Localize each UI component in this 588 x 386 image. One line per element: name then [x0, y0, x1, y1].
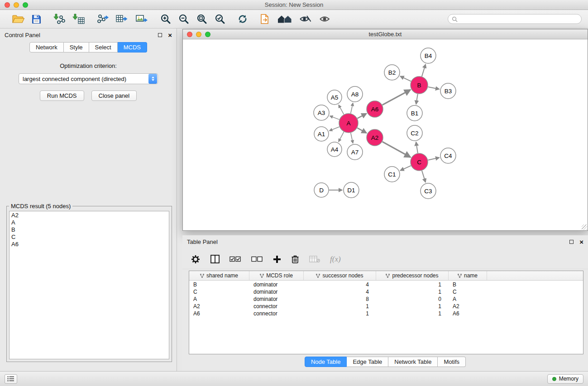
graph-node-label: A6 [371, 106, 379, 113]
import-group [47, 12, 91, 26]
network-canvas[interactable]: B4B2BB3A5A8A6B1A3AC2A1A2A4A7CC4C1C3DD1 [183, 40, 588, 230]
graph-edge-A-A5[interactable] [339, 105, 344, 114]
floppy-disk-icon [32, 14, 41, 24]
apply-layout-button[interactable] [237, 12, 248, 26]
eye-icon [319, 15, 330, 23]
table-cell: B [189, 281, 249, 289]
delete-table-button[interactable] [309, 253, 320, 266]
delete-rows-button[interactable] [291, 253, 299, 266]
graph-edge-C-C4[interactable] [428, 157, 440, 160]
table-cell: dominator [249, 289, 304, 296]
export-image-button[interactable] [136, 12, 148, 26]
close-panel-icon[interactable]: × [168, 32, 172, 38]
status-bar: Memory [0, 371, 588, 386]
close-table-panel-icon[interactable]: × [579, 238, 583, 245]
tab-select[interactable]: Select [89, 42, 118, 52]
search-box[interactable] [448, 14, 582, 24]
result-item[interactable]: A [11, 219, 167, 226]
graph-edge-B-B3[interactable] [428, 87, 440, 89]
graph-edge-A-A2[interactable] [357, 128, 366, 133]
zoom-selected-button[interactable] [215, 12, 225, 26]
column-header-name[interactable]: name [449, 271, 487, 280]
graph-edge-C-C3[interactable] [422, 171, 425, 182]
graph-edge-A-A3[interactable] [330, 116, 339, 119]
table-row[interactable]: A2connector11A2 [189, 303, 583, 310]
mcds-result-list[interactable]: A2ABCA6 [9, 211, 169, 359]
table-tab-network-table[interactable]: Network Table [388, 357, 438, 367]
graph-node-label: D1 [347, 187, 355, 194]
float-panel-icon[interactable] [158, 33, 162, 37]
mcds-result-title: MCDS result (5 nodes) [9, 203, 72, 210]
graph-edge-B-B4[interactable] [422, 64, 425, 76]
select-all-button[interactable] [229, 253, 241, 266]
table-tab-edge-table[interactable]: Edge Table [347, 357, 388, 367]
unchecked-boxes-icon [251, 256, 263, 262]
show-columns-button[interactable] [210, 253, 220, 266]
result-item[interactable]: A6 [11, 241, 167, 248]
tab-network[interactable]: Network [29, 42, 64, 52]
close-panel-button[interactable]: Close panel [91, 91, 137, 101]
table-settings-button[interactable] [191, 253, 201, 266]
import-table-button[interactable] [72, 12, 85, 26]
show-graphics-details-button[interactable] [319, 12, 330, 26]
graph-edge-C-C2[interactable] [416, 142, 418, 153]
import-network-button[interactable] [53, 12, 65, 26]
column-header-shared-name[interactable]: shared name [189, 271, 249, 280]
column-header-successor-nodes[interactable]: successor nodes [304, 271, 376, 280]
graph-edge-A-A7[interactable] [351, 133, 353, 143]
graph-edge-A-A4[interactable] [339, 132, 344, 142]
open-session-button[interactable] [12, 12, 24, 26]
save-session-button[interactable] [32, 12, 41, 26]
column-header-predecessor-nodes[interactable]: predecessor nodes [376, 271, 449, 280]
table-cell: B [449, 281, 487, 289]
graph-edge-C-C1[interactable] [400, 166, 411, 171]
zoom-fit-button[interactable] [196, 12, 207, 26]
graph-edge-A-A1[interactable] [330, 127, 339, 131]
graph-edge-A6-B[interactable] [382, 90, 411, 105]
tab-style[interactable]: Style [64, 42, 89, 52]
home-view-button[interactable] [277, 12, 292, 26]
graph-edge-A2-C[interactable] [382, 142, 411, 157]
result-item[interactable]: C [11, 234, 167, 241]
run-mcds-button[interactable]: Run MCDS [40, 91, 84, 101]
hide-graphics-details-button[interactable] [299, 12, 311, 26]
graph-edge-A-A6[interactable] [357, 114, 366, 119]
zoom-out-button[interactable] [178, 12, 189, 26]
graph-node-label: A3 [318, 110, 325, 116]
task-history-button[interactable] [5, 374, 17, 384]
tab-mcds[interactable]: MCDS [118, 42, 147, 52]
zoom-in-button[interactable] [160, 12, 171, 26]
table-row[interactable]: Bdominator41B [189, 281, 583, 289]
resize-grip[interactable] [582, 224, 587, 230]
table-row[interactable]: Adominator80A [189, 296, 583, 303]
table-tab-node-table[interactable]: Node Table [305, 357, 347, 367]
graph-edge-A-A8[interactable] [351, 103, 353, 114]
function-builder-button[interactable]: f(x) [330, 253, 341, 266]
float-table-panel-icon[interactable] [569, 240, 574, 244]
table-row[interactable]: A6connector11A6 [189, 310, 583, 318]
network-graph[interactable]: B4B2BB3A5A8A6B1A3AC2A1A2A4A7CC4C1C3DD1 [183, 40, 588, 230]
plus-icon [273, 255, 281, 263]
criterion-select[interactable]: largest connected component (directed) [19, 73, 158, 84]
result-item[interactable]: A2 [11, 212, 167, 219]
graph-edge-B-B1[interactable] [416, 94, 418, 105]
table-cell: 0 [376, 296, 449, 303]
table-cell: A2 [189, 303, 249, 310]
delete-table-icon [309, 256, 320, 263]
deselect-all-button[interactable] [251, 253, 263, 266]
table-row[interactable]: Cdominator41C [189, 289, 583, 296]
graph-node-label: D [319, 187, 324, 194]
export-network-button[interactable] [96, 12, 109, 26]
memory-button[interactable]: Memory [547, 374, 583, 384]
column-header-MCDS-role[interactable]: MCDS role [249, 271, 304, 280]
graph-edge-B-B2[interactable] [400, 76, 411, 81]
add-row-button[interactable] [273, 253, 281, 266]
copy-network-button[interactable] [260, 12, 270, 26]
table-tab-motifs[interactable]: Motifs [438, 357, 466, 367]
result-item[interactable]: B [11, 226, 167, 234]
search-input[interactable] [460, 16, 578, 22]
network-window-titlebar[interactable]: testGlobe.txt [183, 29, 588, 39]
zoom-group [154, 12, 231, 26]
export-table-button[interactable] [116, 12, 129, 26]
gear-icon [191, 254, 201, 264]
